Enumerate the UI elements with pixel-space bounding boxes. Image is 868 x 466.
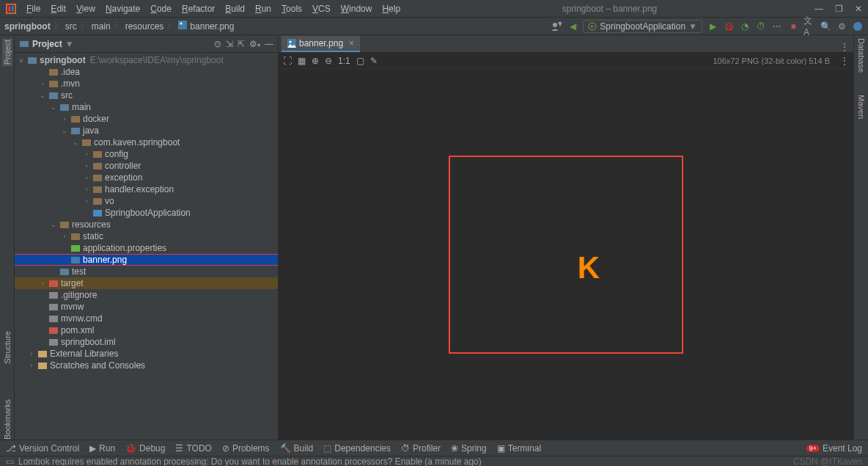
bottom-tool-terminal[interactable]: ▣Terminal [497, 443, 541, 454]
stop-icon[interactable]: ■ [787, 21, 799, 32]
tree-node-application-properties[interactable]: application.properties [15, 242, 278, 254]
event-log-button[interactable]: 9+ Event Log [806, 443, 862, 454]
tree-node-test[interactable]: test [15, 266, 278, 277]
tree-root[interactable]: vspringbootE:\workspace\IDEA\my\springbo… [15, 54, 278, 66]
svg-rect-12 [49, 69, 58, 76]
tree-node-com-kaven-springboot[interactable]: ⌄com.kaven.springboot [15, 136, 278, 148]
zoom-ratio[interactable]: 1:1 [338, 56, 350, 66]
tree-node-springboot-iml[interactable]: springboot.iml [15, 336, 278, 348]
minimize-button[interactable]: — [814, 4, 823, 14]
tree-node-mvnw[interactable]: mvnw [15, 301, 278, 313]
collapse-all-icon[interactable]: ⇱ [238, 39, 245, 49]
tree-node-exception[interactable]: ›exception [15, 172, 278, 183]
mod-icon [48, 90, 59, 101]
bottom-tool-profiler[interactable]: ⏱Profiler [401, 443, 441, 454]
add-user-icon[interactable]: ▾ [551, 21, 562, 32]
tree-node-handler-exception[interactable]: ›handler.exception [15, 183, 278, 195]
color-picker-icon[interactable]: ✎ [370, 56, 378, 66]
coverage-icon[interactable]: ◔ [739, 21, 751, 32]
maximize-button[interactable]: ❐ [835, 4, 843, 14]
menu-file[interactable]: File [22, 2, 45, 15]
tree-node-vo[interactable]: ›vo [15, 195, 278, 207]
zoom-out-icon[interactable]: ⊖ [325, 56, 332, 66]
back-icon[interactable]: ◀ [567, 21, 578, 32]
project-tree[interactable]: vspringbootE:\workspace\IDEA\my\springbo… [15, 53, 278, 440]
sidebar-tab-project[interactable]: Project [2, 38, 12, 66]
tree-node--idea[interactable]: .idea [15, 66, 278, 78]
tree-node-External Libraries[interactable]: ›External Libraries [15, 348, 278, 360]
run-icon[interactable]: ▶ [707, 21, 718, 32]
mod-icon [70, 125, 81, 136]
translate-icon[interactable]: 文A [803, 21, 815, 32]
tree-node-config[interactable]: ›config [15, 148, 278, 160]
tree-node-docker[interactable]: ›docker [15, 113, 278, 125]
svg-point-9 [853, 22, 862, 31]
zoom-in-icon[interactable]: ⊕ [312, 56, 319, 66]
project-tool-window: Project ▼ ⊙ ⇲ ⇱ ⚙▾ — vspringbootE:\works… [15, 35, 279, 440]
bottom-tool-problems[interactable]: ⊘Problems [222, 443, 270, 454]
locate-icon[interactable]: ⊙ [214, 39, 221, 49]
breadcrumb-item[interactable]: banner.png [190, 21, 234, 32]
search-icon[interactable]: 🔍 [820, 21, 831, 32]
bottom-tool-build[interactable]: 🔨Build [280, 443, 314, 454]
dir-icon [48, 67, 59, 77]
bottom-tool-spring[interactable]: ❀Spring [451, 443, 487, 454]
bottom-tool-todo[interactable]: ☰TODO [175, 443, 211, 454]
run-configuration-selector[interactable]: SpringbootApplication ▼ [583, 20, 702, 33]
tree-node-resources[interactable]: ⌄resources [15, 219, 278, 230]
tree-node--gitignore[interactable]: .gitignore [15, 289, 278, 301]
tree-node-pom-xml[interactable]: pom.xml [15, 324, 278, 336]
bottom-tool-debug[interactable]: 🐞Debug [125, 443, 165, 454]
menu-vcs[interactable]: VCS [308, 2, 335, 15]
tree-node--mvn[interactable]: ›.mvn [15, 78, 278, 90]
breadcrumb-item[interactable]: main [92, 21, 111, 32]
sidebar-tab-bookmarks[interactable]: Bookmarks [3, 393, 12, 440]
expand-all-icon[interactable]: ⇲ [226, 39, 233, 49]
tree-node-Scratches and Consoles[interactable]: ›Scratches and Consoles [15, 360, 278, 371]
menu-build[interactable]: Build [221, 2, 249, 15]
menu-help[interactable]: Help [378, 2, 405, 15]
breadcrumb-item[interactable]: resources [125, 21, 164, 32]
hide-panel-icon[interactable]: — [265, 39, 273, 49]
bottom-tool-run[interactable]: ▶Run [89, 443, 115, 454]
close-button[interactable]: ✕ [855, 4, 862, 14]
svg-point-6 [553, 23, 557, 27]
attach-icon[interactable]: ⋯ [771, 21, 783, 32]
tree-node-SpringbootApplication[interactable]: SpringbootApplication [15, 207, 278, 219]
tree-node-static[interactable]: ›static [15, 230, 278, 242]
close-tab-icon[interactable]: × [349, 38, 354, 48]
profile-icon[interactable]: ⏱ [755, 21, 767, 32]
tree-node-target[interactable]: ›target [15, 277, 278, 289]
sidebar-tab-maven[interactable]: Maven [857, 95, 866, 119]
panel-settings-icon[interactable]: ⚙▾ [249, 39, 260, 49]
grid-icon[interactable]: ▦ [298, 56, 306, 66]
menu-refactor[interactable]: Refactor [177, 2, 219, 15]
menu-edit[interactable]: Edit [46, 2, 70, 15]
fullscreen-icon[interactable]: ⛶ [283, 56, 292, 66]
tree-node-src[interactable]: ⌄src [15, 90, 278, 101]
menu-tools[interactable]: Tools [277, 2, 306, 15]
sidebar-tab-database[interactable]: Database [857, 38, 866, 73]
menu-code[interactable]: Code [146, 2, 176, 15]
tree-node-mvnw-cmd[interactable]: mvnw.cmd [15, 313, 278, 324]
bottom-tool-dependencies[interactable]: ⬚Dependencies [323, 443, 391, 454]
tab-menu-icon[interactable]: ⋮ [840, 42, 849, 52]
sidebar-tab-structure[interactable]: Structure [3, 328, 12, 364]
menu-window[interactable]: Window [336, 2, 377, 15]
menu-navigate[interactable]: Navigate [101, 2, 144, 15]
tab-banner-png[interactable]: banner.png × [282, 36, 360, 52]
menu-view[interactable]: View [72, 2, 100, 15]
tree-node-main[interactable]: ⌄main [15, 101, 278, 113]
debug-icon[interactable]: 🐞 [723, 21, 735, 32]
editor-more-icon[interactable]: ⋮ [840, 56, 849, 66]
tree-node-controller[interactable]: ›controller [15, 160, 278, 172]
bottom-tool-version-control[interactable]: ⎇Version Control [6, 443, 79, 454]
tree-node-java[interactable]: ⌄java [15, 125, 278, 136]
breadcrumb-item[interactable]: src [65, 21, 77, 32]
chessboard-icon[interactable]: ▢ [356, 56, 364, 66]
avatar-icon[interactable] [852, 21, 864, 32]
breadcrumb-item[interactable]: springboot [4, 21, 51, 32]
menu-run[interactable]: Run [251, 2, 276, 15]
tree-node-banner-png[interactable]: banner.png [15, 254, 278, 266]
settings-icon[interactable]: ⚙ [836, 21, 847, 32]
